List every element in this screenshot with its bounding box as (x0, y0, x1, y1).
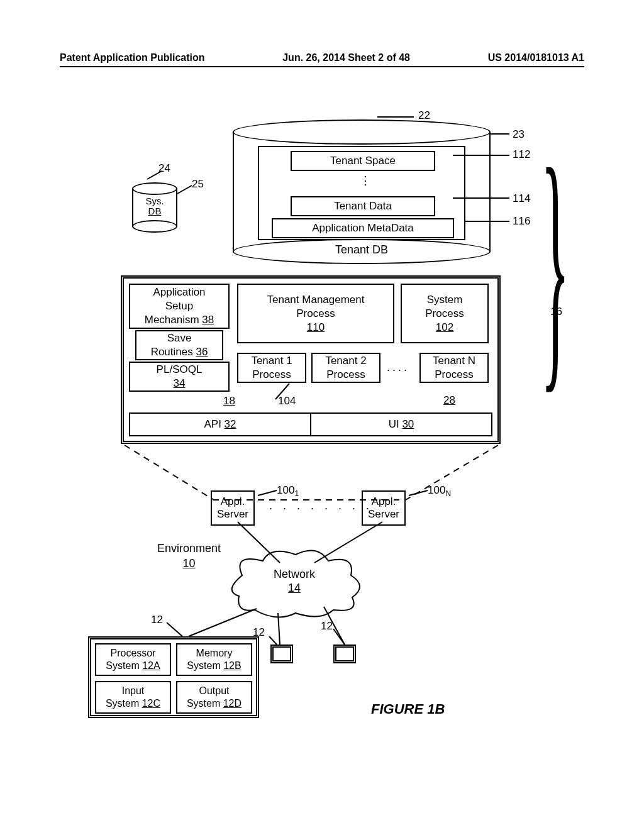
ref-12-a: 12 (151, 614, 163, 626)
client-small-box-1 (270, 645, 293, 663)
curly-brace-icon: } (541, 128, 570, 400)
ref-116: 116 (513, 215, 530, 228)
ref-104: 104 (278, 395, 296, 407)
header-left: Patent Application Publication (60, 52, 205, 64)
svg-line-11 (258, 490, 277, 495)
svg-line-13 (238, 522, 280, 563)
ref-114: 114 (513, 192, 530, 205)
svg-line-16 (278, 613, 280, 645)
main-subsystem-box: ApplicationSetup Mechanism 38 Save Routi… (121, 275, 501, 444)
memory-system: MemorySystem 12B (176, 643, 252, 676)
sys-db-cylinder: Sys.DB (132, 182, 177, 233)
tenant-mgmt-process: Tenant ManagementProcess110 (237, 284, 394, 343)
sys-db-label: Sys.DB (132, 196, 177, 216)
vertical-dots-icon: ⋮ (360, 174, 372, 187)
system-process: SystemProcess102 (401, 284, 489, 343)
tenant-data-box: Tenant Data (291, 196, 435, 216)
api-ui-row: API 32 UI 30 (129, 412, 492, 436)
tenant-dots-icon: ···· (387, 363, 409, 377)
figure-label: FIGURE 1B (371, 701, 445, 717)
ref-12-c: 12 (321, 620, 333, 633)
svg-line-18 (167, 622, 182, 636)
save-routines: Save Routines 36 (135, 330, 223, 360)
tenant-2-process: Tenant 2Process (311, 353, 380, 383)
client-small-box-2 (333, 645, 356, 663)
client-box: ProcessorSystem 12A MemorySystem 12B Inp… (88, 636, 259, 718)
svg-line-7 (125, 445, 214, 500)
svg-line-15 (189, 609, 257, 636)
svg-line-9 (406, 445, 498, 500)
tenant-db-label: Tenant DB (233, 243, 491, 257)
ref-16: 16 (550, 306, 562, 318)
appl-dots-icon: · · · · · · · · (269, 502, 373, 515)
header-right: US 2014/0181013 A1 (488, 52, 584, 64)
ref-100-n: 100N (428, 484, 451, 498)
ref-100-1: 1001 (277, 484, 299, 498)
svg-line-20 (333, 629, 345, 645)
processor-system: ProcessorSystem 12A (95, 643, 171, 676)
tenant-db-inner: Tenant Space ⋮ Tenant Data Application M… (258, 146, 465, 240)
header-center: Jun. 26, 2014 Sheet 2 of 48 (282, 52, 410, 64)
tenant-1-process: Tenant 1Process (237, 353, 306, 383)
ref-112: 112 (513, 148, 530, 161)
plsoql-box: PL/SOQL34 (129, 362, 230, 392)
network-label: Network14 (257, 567, 332, 595)
svg-line-12 (409, 490, 428, 495)
appl-server-1: Appl.Server (211, 490, 255, 526)
app-setup-mechanism: ApplicationSetup Mechanism 38 (129, 284, 230, 329)
ref-22: 22 (418, 109, 430, 122)
ref-23: 23 (513, 128, 525, 141)
svg-line-19 (269, 636, 277, 645)
app-metadata-box: Application MetaData (272, 218, 454, 238)
ref-25: 25 (192, 178, 204, 191)
ref-18: 18 (223, 395, 235, 407)
tenant-n-process: Tenant NProcess (419, 353, 489, 383)
ref-24: 24 (158, 162, 170, 175)
svg-line-6 (177, 185, 192, 194)
ref-28: 28 (443, 394, 455, 407)
tenant-space-box: Tenant Space (291, 151, 435, 171)
api-cell: API 32 (130, 414, 311, 435)
header-rule (60, 66, 584, 67)
tenant-db-cylinder: Tenant Space ⋮ Tenant Data Application M… (233, 119, 491, 264)
page-header: Patent Application Publication Jun. 26, … (60, 52, 584, 64)
diagram: Sys.DB 24 25 Tenant Space ⋮ Tenant Data … (69, 113, 572, 773)
input-system: InputSystem 12C (95, 681, 171, 714)
ui-cell: UI 30 (311, 414, 491, 435)
environment-label: Environment10 (157, 541, 221, 571)
output-system: OutputSystem 12D (176, 681, 252, 714)
